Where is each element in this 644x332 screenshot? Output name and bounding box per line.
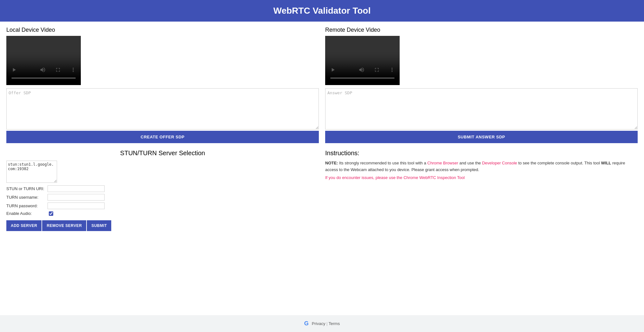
terms-link[interactable]: Terms [329, 321, 340, 326]
remote-col: Remote Device Video [325, 27, 638, 131]
page-header: WebRTC Validator Tool [0, 0, 644, 22]
turn-username-label: TURN username: [6, 195, 48, 200]
stun-turn-section: STUN/TURN Server Selection stun:stun1.l.… [6, 149, 319, 231]
create-offer-col: CREATE OFFER SDP [6, 131, 319, 143]
instructions-body: NOTE: Its strongly recommended to use th… [325, 160, 638, 181]
offer-sdp-textarea[interactable] [6, 88, 319, 129]
note-text-3: to see the complete console output. This… [517, 161, 601, 165]
note-text-1: Its strongly recommended to use this too… [338, 161, 427, 165]
inspection-tool-link[interactable]: Chrome WebRTC Inspection Tool [403, 175, 465, 180]
video-sdp-row: Local Device Video Remote Device Video [6, 27, 638, 131]
stun-action-buttons: ADD SERVER REMOVE SERVER SUBMIT [6, 220, 319, 231]
answer-sdp-textarea[interactable] [325, 88, 638, 129]
stun-uri-row: STUN or TURN URI: [6, 185, 319, 192]
turn-username-input[interactable] [48, 194, 105, 201]
remote-video-container [325, 36, 638, 85]
privacy-link[interactable]: Privacy [312, 321, 325, 326]
note-text-2: and use the [458, 161, 482, 165]
enable-audio-checkbox[interactable] [49, 211, 53, 216]
local-col: Local Device Video [6, 27, 319, 131]
submit-answer-button[interactable]: SUBMIT ANSWER SDP [325, 131, 638, 143]
create-offer-button[interactable]: CREATE OFFER SDP [6, 131, 319, 143]
turn-password-row: TURN password: [6, 203, 319, 209]
page-footer: G Privacy | Terms [0, 315, 644, 332]
turn-password-label: TURN password: [6, 203, 48, 208]
stun-uri-label: STUN or TURN URI: [6, 186, 48, 191]
add-server-button[interactable]: ADD SERVER [6, 220, 42, 231]
developer-console-link[interactable]: Developer Console [482, 161, 517, 165]
submit-stun-button[interactable]: SUBMIT [87, 220, 111, 231]
stun-section-title: STUN/TURN Server Selection [6, 149, 319, 157]
stun-server-list[interactable]: stun:stun1.l.google.com:19302 [6, 161, 57, 183]
chrome-browser-link[interactable]: Chrome Browser [427, 161, 458, 165]
footer-links: Privacy | Terms [312, 321, 340, 326]
enable-audio-row: Enable Audio: [6, 211, 319, 216]
remote-video [325, 36, 400, 85]
stun-uri-input[interactable] [48, 185, 105, 192]
turn-password-input[interactable] [48, 203, 105, 209]
remove-server-button[interactable]: REMOVE SERVER [42, 220, 86, 231]
instructions-title: Instructions: [325, 149, 638, 157]
google-logo: G [304, 320, 309, 327]
bottom-section: STUN/TURN Server Selection stun:stun1.l.… [6, 149, 638, 231]
local-video [6, 36, 81, 85]
turn-username-row: TURN username: [6, 194, 319, 201]
local-video-container [6, 36, 319, 85]
remote-video-label: Remote Device Video [325, 27, 638, 33]
page-title: WebRTC Validator Tool [6, 6, 638, 16]
inspection-line: If you do encounter issues, please use t… [325, 175, 638, 181]
enable-audio-label: Enable Audio: [6, 211, 48, 216]
sdp-button-bar: CREATE OFFER SDP SUBMIT ANSWER SDP [6, 131, 638, 143]
footer-separator: | [326, 321, 329, 326]
google-g-icon: G [304, 320, 309, 327]
local-video-label: Local Device Video [6, 27, 319, 33]
main-content: Local Device Video Remote Device Video C… [0, 22, 644, 315]
note-label: NOTE: [325, 161, 338, 165]
line2-prefix: If you do encounter issues, please use t… [325, 175, 403, 180]
instructions-section: Instructions: NOTE: Its strongly recomme… [325, 149, 638, 231]
will-text: WILL [601, 161, 611, 165]
submit-answer-col: SUBMIT ANSWER SDP [325, 131, 638, 143]
